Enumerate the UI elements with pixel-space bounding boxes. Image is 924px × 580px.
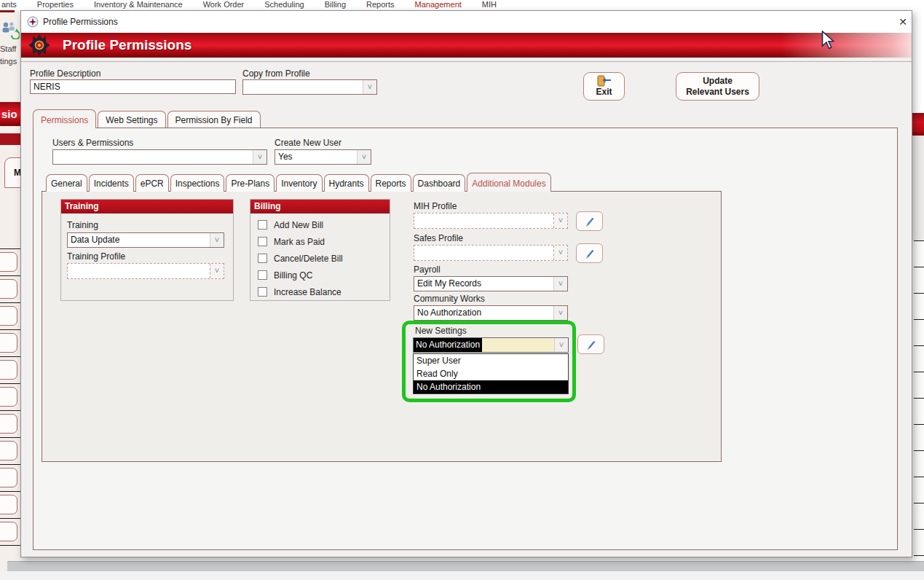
tab-permissions[interactable]: Permissions (33, 109, 96, 128)
background-list-row (0, 441, 17, 461)
background-table-line (0, 545, 20, 546)
tab-permission-by-field[interactable]: Permission By Field (167, 111, 261, 128)
background-table-line (0, 437, 20, 438)
safes-profile-edit-button[interactable] (576, 243, 603, 263)
banner-title: Profile Permissions (63, 33, 191, 58)
copy-from-profile-label: Copy from Profile (242, 68, 310, 79)
menu-item-management[interactable]: Management (415, 0, 462, 9)
checkbox-mark-as-paid[interactable] (258, 237, 267, 246)
background-right-gray (912, 136, 924, 240)
module-tab-incidents[interactable]: Incidents (89, 174, 134, 192)
background-horizontal-scrollbar[interactable] (7, 561, 924, 571)
checkbox-label-mark-as-paid: Mark as Paid (274, 237, 325, 247)
menu-item-ants[interactable]: ants (1, 0, 17, 9)
dropdown-option-no-authorization[interactable]: No Authorization (414, 380, 568, 393)
dialog-titlebar[interactable]: Profile Permissions ✕ (21, 11, 912, 33)
module-tab-inventory[interactable]: Inventory (276, 174, 322, 192)
staff-sync-icon[interactable] (1, 20, 20, 39)
background-list-row (0, 414, 17, 434)
background-list-row (0, 360, 17, 380)
menu-item-reports[interactable]: Reports (366, 0, 395, 9)
module-tab-epcr[interactable]: ePCR (135, 174, 169, 192)
dropdown-option-read-only[interactable]: Read Only (414, 367, 568, 380)
checkbox-add-new-bill[interactable] (258, 220, 267, 230)
mih-profile-edit-button[interactable] (576, 211, 603, 231)
background-table-line (914, 424, 924, 425)
dialog-banner: Profile Permissions (21, 33, 912, 58)
checkbox-billing-qc[interactable] (258, 270, 267, 280)
chevron-down-icon[interactable]: ˅ (363, 80, 376, 94)
menu-item-billing[interactable]: Billing (325, 0, 346, 9)
community-works-dropdown[interactable]: No Authorization ˅ (414, 305, 568, 321)
create-new-user-dropdown[interactable]: Yes ˅ (275, 149, 371, 165)
chevron-down-icon[interactable]: ˅ (553, 277, 567, 291)
menu-item-mih[interactable]: MIH (482, 0, 497, 9)
menu-item-properties[interactable]: Properties (37, 0, 74, 9)
module-tab-dashboard[interactable]: Dashboard (413, 174, 466, 192)
chevron-down-icon[interactable]: ˅ (253, 150, 266, 164)
settings-label-fragment[interactable]: tings (0, 57, 17, 66)
module-tab-hydrants[interactable]: Hydrants (324, 174, 369, 192)
module-tab-inspections[interactable]: Inspections (170, 174, 225, 192)
app-menu-bar: antsPropertiesInventory & MaintenanceWor… (0, 0, 924, 10)
background-table-line (914, 345, 924, 346)
chevron-down-icon[interactable]: ˅ (553, 306, 567, 320)
close-icon[interactable]: ✕ (895, 14, 911, 30)
profile-description-input[interactable] (30, 79, 236, 94)
chevron-down-icon[interactable]: ˅ (357, 150, 371, 164)
mih-profile-dropdown[interactable]: ˅ (414, 213, 568, 229)
create-new-user-value: Yes (278, 150, 355, 164)
background-table-line (914, 267, 924, 267)
background-window-left: Staff tings sio M (0, 10, 20, 580)
payroll-label: Payroll (414, 264, 441, 275)
module-tab-bar: GeneralIncidentsePCRInspectionsPre-Plans… (46, 171, 553, 192)
background-tab-fragment[interactable]: M (4, 157, 20, 188)
billing-group-header: Billing (250, 200, 390, 213)
copy-from-profile-dropdown[interactable]: ˅ (242, 79, 377, 95)
maltese-cross-icon (28, 34, 50, 56)
checkbox-label-add-new-bill: Add New Bill (274, 220, 323, 230)
checkbox-increase-balance[interactable] (258, 287, 267, 297)
module-tab-additional-modules[interactable]: Additional Modules (467, 173, 550, 192)
update-relevant-users-button[interactable]: Update Relevant Users (676, 72, 759, 101)
chevron-down-icon[interactable]: ˅ (554, 338, 568, 352)
payroll-value: Edit My Records (417, 277, 551, 291)
safes-profile-dropdown[interactable]: ˅ (414, 245, 568, 261)
background-table-line (914, 372, 924, 372)
background-table-line (914, 555, 924, 556)
payroll-dropdown[interactable]: Edit My Records ˅ (414, 276, 568, 291)
dropdown-option-super-user[interactable]: Super User (414, 354, 568, 367)
exit-button[interactable]: Exit (583, 72, 625, 101)
chevron-down-icon[interactable]: ˅ (553, 213, 567, 228)
background-table-line (914, 529, 924, 530)
menu-item-inventory-maintenance[interactable]: Inventory & Maintenance (94, 0, 183, 9)
checkbox-label-cancel-delete-bill: Cancel/Delete Bill (274, 254, 343, 264)
users-permissions-dropdown[interactable]: ˅ (52, 149, 267, 165)
training-group-header: Training (61, 200, 233, 213)
chevron-down-icon[interactable]: ˅ (210, 233, 224, 247)
exit-door-icon (596, 75, 612, 87)
module-tab-general[interactable]: General (46, 174, 87, 192)
menu-item-scheduling[interactable]: Scheduling (264, 0, 304, 9)
background-table-line (0, 248, 20, 249)
new-settings-dropdown[interactable]: No Authorization ˅ (413, 337, 569, 353)
background-toolbar-fragment (0, 10, 15, 12)
menu-item-work-order[interactable]: Work Order (203, 0, 245, 9)
module-tab-pre-plans[interactable]: Pre-Plans (226, 174, 275, 192)
new-settings-edit-button[interactable] (577, 334, 604, 354)
checkbox-cancel-delete-bill[interactable] (258, 254, 267, 263)
billing-checkbox-row-increase-balance: Increase Balance (258, 286, 382, 298)
chevron-down-icon[interactable]: ˅ (553, 246, 567, 260)
background-list-row (0, 495, 17, 514)
staff-label-fragment[interactable]: Staff (0, 44, 16, 53)
divider (21, 61, 912, 62)
module-tab-reports[interactable]: Reports (371, 174, 411, 192)
training-value: Data Update (71, 233, 208, 247)
training-profile-dropdown[interactable]: ˅ (67, 263, 224, 279)
tab-web-settings[interactable]: Web Settings (98, 111, 165, 128)
background-table-line (0, 275, 20, 276)
background-table-line (914, 398, 924, 399)
dialog-title: Profile Permissions (43, 11, 118, 33)
chevron-down-icon[interactable]: ˅ (210, 264, 224, 278)
training-dropdown[interactable]: Data Update ˅ (67, 232, 224, 248)
